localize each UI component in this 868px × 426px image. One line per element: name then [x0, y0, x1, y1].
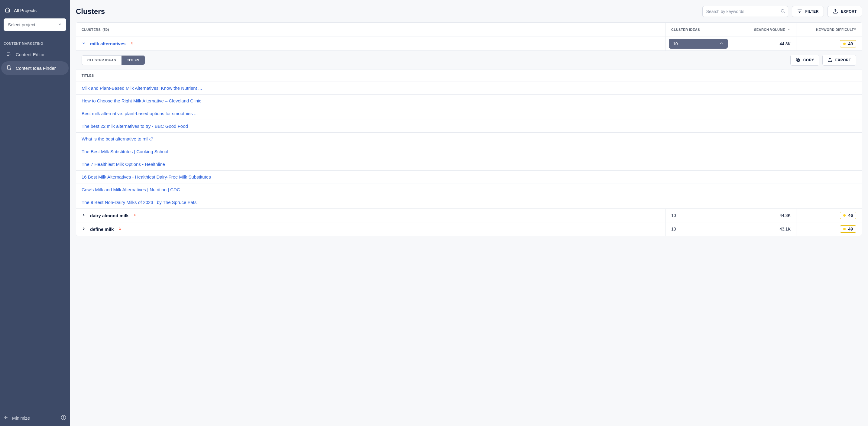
- document-icon: [6, 52, 11, 58]
- filter-button[interactable]: FILTER: [792, 6, 824, 17]
- page-title: Clusters: [76, 7, 105, 16]
- kd-dot-icon: [843, 214, 846, 217]
- title-link[interactable]: Best milk alternative: plant-based optio…: [76, 107, 862, 120]
- cluster-name[interactable]: dairy almond milk: [90, 213, 129, 218]
- copy-icon: [796, 57, 800, 63]
- filter-icon: [797, 8, 802, 15]
- keyword-difficulty-badge: 49: [840, 40, 856, 47]
- panel-export-button[interactable]: EXPORT: [823, 55, 856, 66]
- ideas-count: 10: [671, 227, 676, 231]
- title-link[interactable]: The best 22 milk alternatives to try - B…: [76, 120, 862, 133]
- search-volume-value: 44.3K: [731, 209, 796, 222]
- ideas-count: 10: [671, 213, 676, 218]
- minimize-label: Minimize: [12, 416, 30, 421]
- panel-export-label: EXPORT: [835, 58, 851, 62]
- sidebar-item-label: Content Idea Finder: [16, 66, 56, 71]
- keyword-difficulty-badge: 49: [840, 225, 856, 233]
- segment-control: CLUSTER IDEAS TITLES: [82, 55, 145, 65]
- search-volume-value: 44.8K: [731, 37, 796, 51]
- chevron-down-icon: [787, 28, 790, 32]
- copy-button[interactable]: COPY: [790, 55, 819, 66]
- export-label: EXPORT: [841, 9, 857, 13]
- search-icon: [780, 9, 785, 14]
- table-row: define milk 10 43.1K 49: [76, 222, 862, 236]
- sidebar-item-label: Content Editor: [16, 52, 45, 57]
- cluster-ideas-toggle[interactable]: 10: [669, 39, 728, 48]
- title-link[interactable]: The 7 Healthiest Milk Options - Healthli…: [76, 158, 862, 171]
- cluster-ideas-toggle[interactable]: 10: [669, 224, 728, 234]
- sidebar: All Projects Select project CONTENT MARK…: [0, 0, 70, 426]
- help-icon[interactable]: [61, 415, 66, 421]
- col-keyword-difficulty: KEYWORD DIFFICULTY: [796, 23, 862, 37]
- copy-label: COPY: [803, 58, 814, 62]
- export-button[interactable]: EXPORT: [828, 6, 862, 17]
- minimize-button[interactable]: Minimize: [4, 415, 30, 421]
- fire-icon: [118, 226, 122, 232]
- svg-point-5: [781, 9, 784, 12]
- titles-header: TITLES: [76, 69, 862, 82]
- cluster-ideas-toggle[interactable]: 10: [669, 210, 728, 220]
- title-link[interactable]: The Best Milk Substitutes | Cooking Scho…: [76, 145, 862, 158]
- sidebar-section-label: CONTENT MARKETING: [0, 34, 70, 48]
- chevron-down-icon[interactable]: [82, 41, 86, 46]
- title-link[interactable]: What is the best alternative to milk?: [76, 133, 862, 145]
- svg-line-6: [784, 12, 784, 13]
- main-content: Clusters FILTER: [70, 0, 868, 426]
- upload-icon: [828, 57, 832, 63]
- upload-icon: [833, 8, 838, 15]
- title-link[interactable]: The 9 Best Non-Dairy Milks of 2023 | by …: [76, 196, 862, 208]
- fire-icon: [133, 213, 137, 219]
- sidebar-item-content-editor[interactable]: Content Editor: [1, 48, 69, 61]
- all-projects-link[interactable]: All Projects: [4, 5, 66, 19]
- ideas-count: 10: [673, 41, 678, 46]
- chevron-right-icon[interactable]: [82, 213, 86, 218]
- cluster-name[interactable]: define milk: [90, 227, 114, 232]
- sidebar-item-content-idea-finder[interactable]: Content Idea Finder: [1, 61, 69, 75]
- col-clusters: CLUSTERS (50): [76, 23, 666, 37]
- svg-rect-0: [7, 66, 10, 69]
- fire-icon: [130, 41, 134, 46]
- home-icon: [5, 7, 10, 13]
- search-volume-value: 43.1K: [731, 222, 796, 236]
- title-link[interactable]: Cow's Milk and Milk Alternatives | Nutri…: [76, 184, 862, 196]
- title-link[interactable]: 16 Best Milk Alternatives - Healthiest D…: [76, 171, 862, 184]
- project-select[interactable]: Select project: [4, 19, 66, 31]
- clusters-table: CLUSTERS (50) CLUSTER IDEAS SEARCH VOLUM…: [76, 22, 862, 236]
- chevron-down-icon: [58, 22, 62, 27]
- col-cluster-ideas: CLUSTER IDEAS: [666, 23, 731, 37]
- project-select-placeholder: Select project: [8, 22, 35, 27]
- search-input[interactable]: [702, 6, 788, 17]
- lightbulb-icon: [6, 65, 11, 71]
- keyword-difficulty-badge: 46: [840, 212, 856, 219]
- title-link[interactable]: How to Choose the Right Milk Alternative…: [76, 95, 862, 107]
- expanded-panel-row: CLUSTER IDEAS TITLES COPY: [76, 51, 862, 209]
- titles-list: Milk and Plant-Based Milk Alternatives: …: [76, 82, 862, 208]
- kd-dot-icon: [843, 228, 846, 230]
- tab-cluster-ideas[interactable]: CLUSTER IDEAS: [82, 56, 122, 65]
- search-box: [702, 6, 788, 17]
- kd-dot-icon: [843, 42, 846, 45]
- tab-titles[interactable]: TITLES: [122, 56, 145, 65]
- cluster-name[interactable]: milk alternatives: [90, 41, 126, 46]
- table-row: milk alternatives 10 44.8K: [76, 37, 862, 51]
- col-search-volume[interactable]: SEARCH VOLUME: [731, 23, 796, 37]
- arrow-left-icon: [4, 415, 8, 421]
- title-link[interactable]: Milk and Plant-Based Milk Alternatives: …: [76, 82, 862, 95]
- all-projects-label: All Projects: [14, 8, 37, 13]
- chevron-up-icon: [719, 41, 723, 46]
- filter-label: FILTER: [805, 9, 819, 13]
- chevron-right-icon[interactable]: [82, 227, 86, 232]
- table-row: dairy almond milk 10 44.3K 46: [76, 209, 862, 222]
